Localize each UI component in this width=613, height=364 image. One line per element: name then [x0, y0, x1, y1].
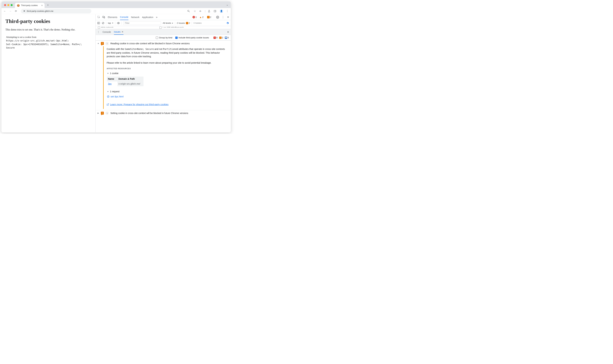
issue-body: Cookies with the SameSite=None; Secure a… — [103, 46, 229, 109]
page-heading: Third-party cookies — [5, 18, 91, 24]
window-zoom-button[interactable] — [11, 4, 13, 6]
tab-application[interactable]: Application — [142, 14, 153, 20]
inspect-element-icon[interactable] — [97, 16, 100, 19]
cookie-name-link[interactable]: 3pc — [107, 81, 117, 86]
drawer-menu-icon[interactable]: ⋮ — [97, 31, 100, 33]
tab-network[interactable]: Network — [131, 14, 139, 20]
settings-gear-icon[interactable] — [216, 16, 219, 19]
issue-occurrence-count: 1 — [105, 42, 109, 45]
nav-forward-icon[interactable]: → — [9, 10, 12, 13]
new-tab-button[interactable]: + — [46, 3, 50, 7]
include-3pc-checkbox[interactable]: Include third-party cookie issues — [175, 36, 209, 39]
nav-back-icon[interactable]: ← — [3, 10, 6, 13]
toolbar: ← → ⟳ third-party-cookies.glitch.me ☆ | … — [1, 8, 231, 14]
svg-line-15 — [103, 23, 104, 24]
devtools-tabstrip: Elements Console Network Application » ✕… — [96, 14, 231, 20]
table-row: 3pcx-origin-src.glitch.me/ — [107, 81, 143, 86]
disclosure-toggle-icon[interactable]: ▼ — [97, 43, 99, 44]
toolbar-separator: | — [205, 10, 206, 13]
console-toolbar: top▼ Filter All levels ▼ 2 Issues: ! 2 3… — [96, 20, 231, 26]
devtools-menu-icon[interactable]: ⋮ — [222, 16, 224, 19]
labs-icon[interactable] — [208, 10, 211, 13]
device-toggle-icon[interactable] — [102, 16, 105, 19]
console-sidebar-toggle-icon[interactable] — [97, 22, 100, 25]
issue-title: Reading cookie in cross-site context wil… — [110, 42, 190, 45]
hide-network-checkbox[interactable]: Hide network — [101, 26, 114, 29]
issue-item: ▼ ! 1 Reading cookie in cross-site conte… — [96, 40, 231, 110]
issue-occurrence-count: 1 — [105, 112, 109, 115]
console-settings-icon[interactable] — [226, 22, 229, 25]
issue-item: ▶ ! 1 Setting cookie in cross-site conte… — [96, 110, 231, 116]
affected-request-link[interactable]: set-3pc.html — [107, 95, 228, 98]
request-icon — [107, 95, 110, 98]
log-prefix: Attempting to set a cookie from — [6, 36, 36, 38]
svg-rect-3 — [25, 11, 25, 12]
log-xhr-checkbox[interactable]: Log XMLHttpRequests — [163, 26, 184, 29]
svg-rect-6 — [214, 10, 216, 12]
devtools-close-icon[interactable]: ✕ — [227, 16, 229, 19]
log-setcookie: Set-Cookie: 3pc=1703240163971; SameSite=… — [6, 43, 82, 49]
issues-toolbar: Group by kind Include third-party cookie… — [96, 35, 231, 40]
omnibox[interactable]: third-party-cookies.glitch.me — [21, 9, 91, 13]
svg-rect-1 — [25, 11, 25, 11]
svg-rect-2 — [24, 11, 24, 12]
col-domain-path: Domain & Path — [117, 77, 143, 81]
cookie-favicon-icon: 🍪 — [17, 4, 20, 7]
close-issues-tab-icon[interactable]: ✕ — [121, 30, 123, 33]
chrome-menu-icon[interactable]: ⋮ — [225, 10, 229, 13]
issues-info-count: 💬0 — [225, 36, 229, 39]
cookie-resource-toggle[interactable]: ▼1 cookie — [107, 72, 228, 75]
issue-description-2: Please refer to the article linked to le… — [107, 61, 228, 65]
issues-link[interactable]: 2 Issues: ! 2 — [177, 22, 190, 25]
tab-close-icon[interactable]: × — [41, 4, 43, 7]
issue-title: Setting cookie in cross-site context wil… — [110, 112, 188, 115]
page-log: Attempting to set a cookie from https://… — [6, 35, 91, 50]
filter-input[interactable]: Filter — [123, 21, 161, 25]
drawer-close-icon[interactable]: ✕ — [227, 30, 229, 34]
log-levels-selector[interactable]: All levels ▼ — [163, 22, 173, 24]
zoom-icon[interactable] — [187, 10, 191, 13]
bookmark-star-icon[interactable]: ☆ — [193, 10, 197, 13]
svg-rect-0 — [24, 11, 24, 11]
sidepanel-icon[interactable] — [214, 10, 217, 13]
error-count[interactable]: ✕1 — [193, 16, 197, 18]
tab-overflow-icon[interactable]: » — [156, 14, 157, 20]
learn-more-link[interactable]: Learn more: Prepare for phasing out thir… — [107, 103, 169, 106]
page-content: Third-party cookies This demo tries to s… — [1, 14, 95, 132]
external-link-icon — [107, 103, 109, 106]
affected-resources-heading: AFFECTED RESOURCES — [107, 67, 228, 70]
clear-console-icon[interactable] — [102, 22, 104, 25]
window-close-button[interactable] — [4, 4, 6, 6]
col-name: Name — [107, 77, 117, 81]
svg-line-18 — [108, 104, 109, 105]
devtools-panel: Elements Console Network Application » ✕… — [95, 14, 231, 132]
live-expression-icon[interactable] — [117, 22, 120, 25]
nav-reload-icon[interactable]: ⟳ — [14, 10, 18, 13]
window-minimize-button[interactable] — [7, 4, 9, 6]
hidden-count[interactable]: 3 hidden — [194, 22, 202, 24]
warning-count[interactable]: ▲2 — [199, 16, 204, 18]
tab-console[interactable]: Console — [120, 14, 128, 20]
console-pref-row: Hide network Log XMLHttpRequests — [96, 26, 231, 29]
tab-list-chevron-icon[interactable] — [226, 4, 228, 6]
drawer-tab-console[interactable]: Console — [103, 29, 111, 35]
extensions-icon[interactable] — [199, 10, 203, 13]
drawer-tab-issues[interactable]: Issues✕ — [114, 29, 123, 35]
issue-description: Cookies with the SameSite=None; Secure a… — [107, 47, 228, 58]
group-by-kind-checkbox[interactable]: Group by kind — [156, 36, 172, 39]
context-selector[interactable]: top▼ — [108, 22, 114, 24]
profile-avatar-icon[interactable]: 👤 — [220, 9, 223, 13]
issues-warn-count: !2 — [219, 36, 223, 39]
disclosure-toggle-icon[interactable]: ▶ — [97, 112, 99, 114]
tab-elements[interactable]: Elements — [108, 14, 117, 20]
omnibox-url: third-party-cookies.glitch.me — [27, 10, 53, 12]
request-resource-toggle[interactable]: ▼1 request — [107, 90, 228, 93]
issue-count[interactable]: !2 — [207, 16, 211, 18]
svg-rect-10 — [104, 17, 105, 18]
browser-tab[interactable]: 🍪 Third-party cookies × — [15, 3, 45, 8]
issues-list: ▼ ! 1 Reading cookie in cross-site conte… — [96, 40, 231, 132]
tab-title: Third-party cookies — [21, 4, 38, 7]
cookie-domain-path: x-origin-src.glitch.me/ — [117, 81, 143, 86]
site-settings-icon[interactable] — [23, 10, 26, 12]
affected-cookies-table: NameDomain & Path 3pcx-origin-src.glitch… — [107, 77, 143, 86]
